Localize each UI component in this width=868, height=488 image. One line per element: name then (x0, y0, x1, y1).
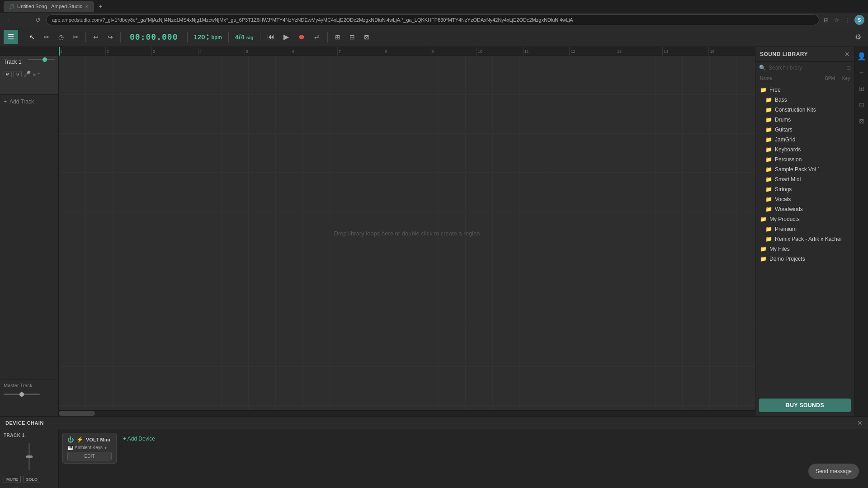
plugin-tool-button[interactable]: ⊠ (360, 31, 373, 43)
ruler-mark: 8 (384, 47, 430, 56)
browser-actions: ⊞ ☆ ⋮ S (822, 15, 864, 25)
device-edit-button[interactable]: EDIT (67, 452, 112, 460)
device-mute-button[interactable]: MUTE (4, 476, 21, 483)
library-item[interactable]: 📁My Products (755, 214, 854, 224)
buy-sounds-button[interactable]: BUY SOUNDS (759, 399, 851, 412)
library-item[interactable]: 📁Premium (761, 224, 854, 234)
timeline-ruler: 123456789101112131415 (59, 47, 755, 56)
track-canvas[interactable]: Drop library loops here or double click … (59, 56, 755, 410)
scroll-thumb[interactable] (59, 411, 95, 416)
transport-loop-button[interactable]: ⇄ (310, 30, 324, 44)
folder-icon: 📁 (765, 196, 772, 202)
library-filter-button[interactable]: ⊟ (846, 65, 851, 71)
timeline-content: 123456789101112131415 Drop library loops… (59, 47, 755, 416)
master-volume-slider[interactable] (4, 394, 40, 395)
library-item[interactable]: 📁My Files (755, 244, 854, 254)
library-item[interactable]: 📁Keyboards (761, 145, 854, 155)
device-preset-arrow[interactable]: ▾ (104, 445, 107, 450)
transport-record-button[interactable]: ⏺ (295, 30, 308, 44)
horizontal-scrollbar[interactable] (59, 410, 755, 416)
folder-icon: 📁 (765, 127, 772, 133)
active-tab[interactable]: 🎵 Untitled Song - Amped Studio ✕ (4, 1, 94, 12)
track-eq-button[interactable]: ~ (38, 71, 40, 76)
drop-hint: Drop library loops here or double click … (334, 230, 480, 237)
separator-3 (120, 32, 121, 42)
cut-tool-button[interactable]: ✂ (69, 31, 82, 43)
select-tool-button[interactable]: ↖ (26, 31, 38, 43)
track-fader[interactable] (28, 443, 30, 470)
track-mute-button[interactable]: M (4, 71, 12, 77)
add-device-button[interactable]: + Add Device (120, 433, 158, 445)
bpm-label: bpm (212, 34, 222, 40)
separator-1 (22, 32, 22, 42)
library-item[interactable]: 📁Construction Kits (761, 105, 854, 115)
track-input-icon[interactable]: 🎤 (24, 70, 31, 77)
new-tab-button[interactable]: + (96, 2, 105, 11)
library-item[interactable]: 📁Bass (761, 95, 854, 105)
library-item[interactable]: 📁Guitars (761, 125, 854, 135)
menu-button[interactable]: ☰ (4, 30, 18, 44)
clock-tool-button[interactable]: ◷ (55, 31, 67, 43)
library-item-name: Strings (775, 186, 792, 192)
undo-button[interactable]: ↩ (90, 31, 102, 43)
library-item[interactable]: 📁Woodwinds (761, 204, 854, 214)
user-avatar[interactable]: S (854, 15, 864, 25)
track-solo-button[interactable]: S (14, 71, 22, 77)
library-item-name: Remix Pack - Artik x Kacher (775, 236, 842, 242)
arrange-tool-button[interactable]: ⊟ (346, 31, 359, 43)
library-item[interactable]: 📁Free (755, 85, 854, 95)
bpm-arrows[interactable]: ▲ ▼ (206, 33, 210, 41)
library-item[interactable]: 📁Percussion (761, 155, 854, 164)
pencil-tool-button[interactable]: ✏ (40, 31, 53, 43)
right-panel-icon-5[interactable]: ⊠ (856, 116, 867, 127)
library-item[interactable]: 📁JamGrid (761, 135, 854, 145)
right-panel-icon-2[interactable]: ↔ (856, 67, 867, 78)
bookmark-button[interactable]: ☆ (832, 16, 841, 24)
library-search-input[interactable] (769, 65, 844, 71)
device-chain-close-button[interactable]: ✕ (857, 419, 863, 427)
track-mute-solo: MUTE SOLO (4, 476, 55, 483)
nav-forward-button[interactable]: → (18, 15, 30, 24)
address-bar[interactable] (46, 14, 819, 25)
right-icon-1[interactable]: ⚙ (852, 31, 864, 43)
library-item[interactable]: 📁Remix Pack - Artik x Kacher (761, 234, 854, 244)
folder-icon: 📁 (765, 146, 772, 153)
right-panel-icon-1[interactable]: 👤 (856, 51, 867, 61)
track-info-panel: TRACK 1 MUTE SOLO 🎙 (0, 429, 59, 488)
nav-back-button[interactable]: ← (4, 15, 15, 24)
add-track-button[interactable]: + Add Track (0, 95, 58, 108)
toolbar: ☰ ↖ ✏ ◷ ✂ ↩ ↪ 00:00.000 120 ▲ ▼ bpm 4/4 … (0, 27, 868, 47)
right-icons-panel: 👤 ↔ ⊞ ⊟ ⊠ (854, 47, 868, 416)
bpm-value: 120 (194, 33, 205, 41)
library-item[interactable]: 📁Vocals (761, 194, 854, 204)
library-item[interactable]: 📁Drums (761, 115, 854, 125)
library-close-button[interactable]: ✕ (844, 51, 850, 58)
right-panel-icon-3[interactable]: ⊞ (856, 83, 867, 94)
transport-play-button[interactable]: ▶ (279, 30, 293, 44)
library-item[interactable]: 📁Sample Pack Vol 1 (761, 164, 854, 174)
bpm-display[interactable]: 120 ▲ ▼ bpm (191, 33, 225, 41)
library-item[interactable]: 📁Demo Projects (755, 254, 854, 264)
settings-button[interactable]: ⋮ (843, 16, 853, 24)
folder-icon: 📁 (765, 117, 772, 123)
ruler-mark: 15 (708, 47, 755, 56)
transport-start-button[interactable]: ⏮ (264, 30, 278, 44)
right-panel-icon-4[interactable]: ⊟ (856, 99, 867, 110)
extensions-button[interactable]: ⊞ (822, 16, 830, 24)
playhead (59, 47, 60, 56)
track-midi-icon[interactable]: ≡ (33, 71, 36, 77)
device-solo-button[interactable]: SOLO (24, 476, 41, 483)
library-item[interactable]: 📁Strings (761, 184, 854, 194)
toolbar-right: ⚙ (852, 31, 864, 43)
track-header: Track 1 M S 🎤 ≡ ~ (0, 56, 58, 95)
send-message-button[interactable]: Send message (808, 464, 859, 479)
device-power-button[interactable]: ⏻ (67, 436, 74, 443)
tab-close-button[interactable]: ✕ (85, 4, 89, 9)
mix-tool-button[interactable]: ⊞ (331, 31, 344, 43)
redo-button[interactable]: ↪ (104, 31, 117, 43)
fader-handle[interactable] (26, 455, 33, 458)
library-item[interactable]: 📁Smart Midi (761, 174, 854, 184)
nav-refresh-button[interactable]: ↺ (33, 15, 43, 24)
plus-icon: + (4, 99, 7, 105)
track-volume-slider[interactable] (28, 59, 55, 60)
